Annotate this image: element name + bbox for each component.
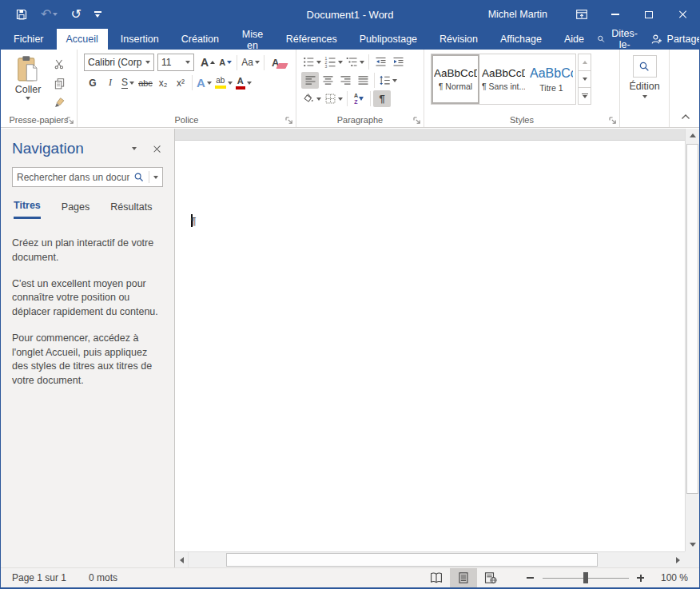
- tab-fichier[interactable]: Fichier: [4, 29, 54, 50]
- numbering-button[interactable]: 123: [323, 54, 344, 70]
- line-spacing-button[interactable]: [377, 72, 399, 89]
- tab-insertion[interactable]: Insertion: [111, 29, 169, 50]
- subscript-button[interactable]: x₂: [154, 74, 172, 91]
- grow-font-icon: [210, 61, 215, 64]
- navigation-close-button[interactable]: [153, 145, 161, 153]
- tab-references[interactable]: Références: [276, 29, 347, 50]
- share-button[interactable]: Partager: [650, 34, 700, 46]
- font-size-select[interactable]: 11: [157, 54, 194, 71]
- underline-button[interactable]: S: [119, 74, 137, 91]
- maximize-button[interactable]: [632, 0, 666, 29]
- sort-button[interactable]: A Z: [350, 90, 368, 107]
- zoom-percentage[interactable]: 100 %: [661, 572, 688, 583]
- superscript-button[interactable]: x²: [172, 74, 189, 91]
- scroll-left-button[interactable]: [175, 552, 189, 567]
- font-color-button[interactable]: A: [234, 74, 253, 91]
- pilcrow-mark: ¶: [191, 215, 197, 227]
- horizontal-scroll-thumb[interactable]: [226, 553, 598, 567]
- change-case-button[interactable]: Aa: [240, 54, 261, 71]
- scroll-up-button[interactable]: [686, 129, 699, 142]
- clear-formatting-button[interactable]: A: [267, 54, 284, 71]
- paragraph-dialog-launcher[interactable]: [413, 117, 421, 125]
- nav-tab-resultats[interactable]: Résultats: [110, 200, 152, 219]
- style-titre-1[interactable]: AaBbCc Titre 1: [527, 54, 575, 104]
- title-bar: ↶ ↺ Document1 - Word Michel Martin: [1, 0, 699, 29]
- styles-scroll-up-button[interactable]: [578, 54, 591, 71]
- nav-tab-pages[interactable]: Pages: [62, 200, 89, 219]
- increase-indent-button[interactable]: [389, 54, 407, 70]
- styles-more-button[interactable]: [578, 88, 591, 105]
- search-input[interactable]: [17, 172, 129, 183]
- copy-button[interactable]: [50, 75, 68, 92]
- close-button[interactable]: [666, 0, 699, 29]
- styles-scroll-down-button[interactable]: [578, 71, 591, 88]
- bold-button[interactable]: G: [84, 74, 101, 91]
- decrease-indent-button[interactable]: [372, 54, 389, 70]
- show-formatting-button[interactable]: ¶: [373, 90, 391, 107]
- tab-mise-en-page[interactable]: Mise en page: [232, 29, 273, 50]
- print-layout-button[interactable]: [450, 568, 477, 588]
- tab-aide[interactable]: Aide: [555, 29, 594, 50]
- shading-button[interactable]: [301, 90, 323, 107]
- search-go-button[interactable]: [133, 172, 145, 183]
- tab-accueil[interactable]: Accueil: [57, 29, 108, 50]
- highlight-button[interactable]: ab: [213, 74, 234, 91]
- align-left-button[interactable]: [301, 72, 319, 89]
- font-name-select[interactable]: Calibri (Corp: [84, 54, 154, 71]
- nav-tab-titres[interactable]: Titres: [14, 200, 41, 219]
- format-painter-button[interactable]: [50, 94, 68, 111]
- borders-button[interactable]: [323, 90, 344, 107]
- save-button[interactable]: [15, 8, 28, 21]
- minimize-button[interactable]: [599, 0, 632, 29]
- scroll-right-button[interactable]: [671, 552, 685, 567]
- find-button[interactable]: [633, 55, 657, 78]
- collapse-ribbon-button[interactable]: [678, 111, 693, 122]
- search-options-button[interactable]: [153, 176, 158, 179]
- document-page[interactable]: ¶: [175, 140, 685, 551]
- zoom-out-button[interactable]: [525, 571, 536, 585]
- strikethrough-button[interactable]: abc: [137, 74, 154, 91]
- multilevel-list-button[interactable]: [344, 54, 366, 70]
- style-sans-interligne[interactable]: AaBbCcDc ¶ Sans int...: [479, 54, 527, 104]
- italic-button[interactable]: I: [101, 74, 119, 91]
- word-count[interactable]: 0 mots: [89, 572, 117, 583]
- justify-icon: [357, 74, 369, 86]
- zoom-in-button[interactable]: [635, 571, 646, 585]
- font-dialog-launcher[interactable]: [285, 117, 293, 125]
- grow-font-button[interactable]: A: [199, 54, 217, 71]
- bullets-button[interactable]: [301, 54, 323, 70]
- tab-affichage[interactable]: Affichage: [491, 29, 551, 50]
- tab-publipostage[interactable]: Publipostage: [350, 29, 427, 50]
- zoom-slider-thumb[interactable]: [583, 572, 588, 583]
- ribbon-display-options-button[interactable]: [565, 0, 599, 29]
- minimize-icon: [611, 14, 619, 15]
- save-icon: [15, 8, 28, 21]
- tab-revision[interactable]: Révision: [430, 29, 487, 50]
- text-effects-button[interactable]: A: [195, 74, 213, 91]
- cut-button[interactable]: [50, 56, 68, 73]
- page-indicator[interactable]: Page 1 sur 1: [12, 572, 66, 583]
- justify-button[interactable]: [354, 72, 372, 89]
- vertical-scroll-thumb[interactable]: [686, 144, 698, 494]
- customize-qat-icon: [94, 11, 101, 18]
- undo-button[interactable]: ↶: [41, 8, 58, 21]
- navigation-options-button[interactable]: [132, 147, 137, 150]
- vertical-scrollbar[interactable]: [685, 129, 699, 551]
- align-center-button[interactable]: [319, 72, 336, 89]
- align-right-button[interactable]: [336, 72, 354, 89]
- shrink-font-button[interactable]: A: [217, 54, 234, 71]
- account-name[interactable]: Michel Martin: [488, 9, 547, 20]
- redo-button[interactable]: ↺: [70, 8, 81, 21]
- styles-dialog-launcher[interactable]: [609, 117, 617, 125]
- read-mode-button[interactable]: [423, 568, 450, 588]
- web-layout-button[interactable]: [477, 568, 504, 588]
- tell-me-button[interactable]: Dites-le-: [597, 28, 639, 50]
- zoom-slider[interactable]: [543, 571, 629, 585]
- clipboard-dialog-launcher[interactable]: [66, 117, 74, 125]
- svg-text:3: 3: [324, 64, 327, 68]
- customize-qat-button[interactable]: [94, 11, 101, 18]
- scroll-down-button[interactable]: [686, 538, 699, 551]
- tab-creation[interactable]: Création: [172, 29, 229, 50]
- style-normal[interactable]: AaBbCcDc ¶ Normal: [432, 54, 479, 104]
- horizontal-scrollbar[interactable]: [175, 551, 685, 567]
